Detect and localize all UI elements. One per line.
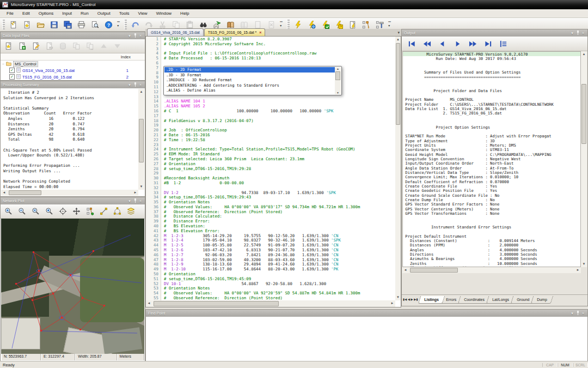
save-all-button[interactable] [61,18,75,31]
output-line: ========================================… [403,75,580,79]
autocomplete-item[interactable]: .3REDUCE - 3D Reduced Format [164,77,335,83]
next-button[interactable] [450,37,465,50]
vertical-scrollbar[interactable]: ▲▼ [138,89,144,190]
editor-tab[interactable]: GS14_Viva_2016_06_15.dat [147,28,204,36]
chevron-down-icon[interactable]: ▾ [127,83,132,87]
horizontal-scrollbar[interactable]: ◄► [1,190,138,196]
chevron-down-icon[interactable]: ▾ [569,311,575,316]
pin-icon[interactable] [132,198,138,203]
network-overlay [1,219,144,354]
close-icon[interactable]: × [138,34,143,38]
new-file-button[interactable] [7,18,20,31]
menu-run[interactable]: Run [76,10,93,17]
close-icon[interactable]: × [138,199,143,203]
autocomplete-item[interactable]: .2D - 2D Format [164,67,335,73]
tree-file-row[interactable]: ✓GS14_Viva_2016_06_15.dat1 [1,67,145,74]
chevron-down-icon[interactable]: ▾ [127,34,132,38]
tab-overflow-icon[interactable]: ▾ [397,31,400,35]
chevron-down-icon[interactable]: ▾ [127,199,132,203]
editor-tab[interactable]: TS15_FG_2016_06_15.dat *× [204,28,266,36]
autocomplete-item[interactable]: .ALIAS - Define Alias [164,88,335,93]
app-icon [2,2,8,8]
editor-line: 36# Observed Values: HA 0°00'00" VA 89°0… [146,204,395,209]
find-point-button[interactable] [56,205,70,218]
help-button[interactable]: ? [102,18,115,31]
editor-line: 14.ALIAS NAME 104 1 [146,99,395,104]
menu-output[interactable]: Output [93,10,115,17]
output-tab-listings[interactable]: Listings [418,296,444,304]
tree-root-ms-control[interactable]: −MS_Control [1,61,145,67]
zoom-previous-button[interactable] [42,205,56,218]
editor-vertical-scrollbar[interactable]: ▲▼ [395,37,401,300]
last-page-button[interactable] [480,37,495,50]
find-point-body[interactable] [146,317,587,360]
rewind-button[interactable] [419,37,434,50]
print-button[interactable] [75,18,88,31]
zoom-out-button[interactable] [15,205,29,218]
pin-icon[interactable] [132,33,138,38]
output-vertical-scrollbar[interactable]: ▲▼ [581,51,587,267]
open-button[interactable] [34,18,47,31]
project-options-button[interactable] [2,40,15,53]
popup-scrollbar[interactable]: ▲ ▼ [335,67,341,94]
zoom-extents-button[interactable] [29,205,42,218]
prev-button[interactable] [434,37,450,50]
aerial-map[interactable] [1,219,144,354]
output-tab-dump[interactable]: Dump [531,296,553,304]
menu-input[interactable]: Input [58,10,76,17]
menu-view[interactable]: View [133,10,151,17]
inverse-button[interactable] [97,205,111,218]
first-page-button[interactable] [404,37,419,50]
tab-scroll-icons[interactable]: ▮◀ ◀ ▶ ▶▮ [402,296,419,301]
editor-line: 32 [146,185,395,190]
panel-title: Processing Summary [3,83,127,87]
editor-line: 37# Observed Reference: Direction (Point… [146,209,395,214]
menu-tools[interactable]: Tools [115,10,134,17]
autocomplete-item[interactable]: .ADDCENTERING - Add Centering to Standar… [164,83,335,88]
toolbar-overflow-icon[interactable]: ▔▾ [115,19,121,31]
undo-button[interactable] [128,18,142,31]
new-project-button[interactable] [20,18,34,31]
toc-button[interactable] [495,37,511,50]
menu-help[interactable]: Help [176,10,193,17]
chevron-down-icon[interactable]: ▾ [569,31,575,35]
menu-edit[interactable]: Edit [18,10,34,17]
close-icon[interactable]: × [580,311,586,315]
forward-button[interactable] [465,37,480,50]
pin-icon[interactable] [132,82,138,87]
save-button[interactable] [47,18,61,31]
purge-button [56,40,70,53]
pin-icon[interactable] [575,311,580,316]
autocomplete-item[interactable]: .3D - 3D Format [164,73,335,78]
file-checkbox[interactable]: ✓ [9,68,15,73]
line-number: 29 [146,171,161,176]
tab-close-icon[interactable]: × [259,31,261,34]
layers-button[interactable] [124,205,138,218]
editor-line: 23 [146,142,395,147]
print-preview-button[interactable] [88,18,102,31]
output-line: Project Folder and Data Files [403,88,580,93]
toolbar-grip [2,20,5,29]
pan-button[interactable] [70,205,83,218]
editor-horizontal-scrollbar[interactable]: ◄► [146,300,395,307]
edit-file-button[interactable] [29,40,42,53]
output-horizontal-scrollbar[interactable]: ◄► [402,267,581,273]
editor-line: 41# BS Elevation Error: [146,228,395,233]
error-ellipses-button[interactable] [111,205,124,218]
line-number: 39 [146,219,161,224]
add-file-button[interactable] [15,40,29,53]
close-icon[interactable]: × [138,83,143,87]
tree-file-row[interactable]: ✓TS15_FG_2016_06_15.dat2 [1,74,145,80]
close-icon[interactable]: × [580,31,586,35]
add-sideshot-button[interactable] [83,205,97,218]
menu-options[interactable]: Options [34,10,58,17]
output-line: Geoid Height Model : C:\PROGRAMDATA\...\… [403,152,580,156]
file-index: 1 [126,68,128,73]
line-number: 52 [146,281,161,286]
zoom-in-button[interactable] [2,205,15,218]
menu-window[interactable]: Window [152,10,176,17]
file-checkbox[interactable]: ✓ [9,74,15,80]
menu-file[interactable]: File [2,10,18,17]
pin-icon[interactable] [575,31,580,35]
code-editor[interactable]: 1# STAR*FG Version 8.2.0.39072# Copyrigh… [145,37,401,307]
